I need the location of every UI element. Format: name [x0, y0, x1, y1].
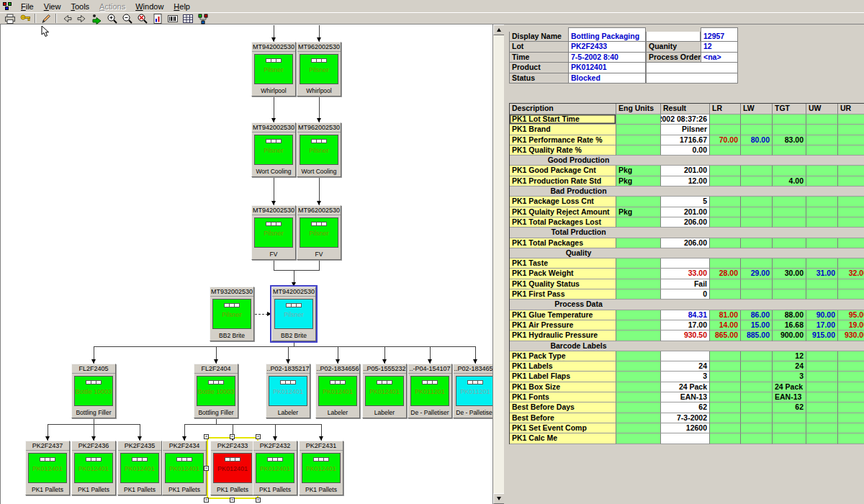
- value-cell-lw[interactable]: 80.00: [741, 135, 773, 145]
- value-cell-tgt[interactable]: [773, 145, 806, 156]
- value-cell-uw[interactable]: [806, 433, 838, 444]
- column-header-lw[interactable]: LW: [741, 104, 773, 114]
- zoom-in-button[interactable]: [104, 13, 120, 24]
- value-cell-eng-units[interactable]: Pkg: [616, 207, 661, 217]
- variable-description-cell[interactable]: PK1 Hydraulic Pressure: [510, 330, 616, 341]
- genealogy-node-MT942002530-0[interactable]: MT942002530PilsnerWhirlpool: [251, 42, 296, 96]
- value-cell-lw[interactable]: [741, 433, 773, 444]
- genealogy-diagram-panel[interactable]: MT942002530PilsnerWhirlpoolMT962002530Pi…: [0, 24, 492, 504]
- value-cell-lw[interactable]: [741, 125, 773, 135]
- value-cell-lr[interactable]: [710, 125, 741, 135]
- variable-description-cell[interactable]: PK1 Pack Weight: [510, 269, 616, 279]
- value-cell-eng-units[interactable]: [616, 320, 661, 330]
- value-cell-result[interactable]: 206.00: [661, 217, 710, 228]
- genealogy-node-P051555232-12[interactable]: ..P05-1555232PK012401Labeler: [362, 364, 407, 418]
- value-cell-tgt[interactable]: EAN-13: [773, 392, 806, 402]
- value-cell-uw[interactable]: [806, 423, 838, 433]
- value-cell-tgt[interactable]: [773, 423, 806, 433]
- value-cell-lr[interactable]: [710, 279, 741, 289]
- value-cell-result[interactable]: 201.00: [661, 166, 710, 176]
- column-header-eng-units[interactable]: Eng Units: [616, 104, 661, 114]
- value-cell-lr[interactable]: [710, 289, 741, 300]
- value-cell-eng-units[interactable]: [616, 402, 661, 413]
- value-cell-uw[interactable]: 17.00: [806, 320, 838, 330]
- genealogy-node-PK2F2432-20[interactable]: PK2F2432PK012401PK1 Pallets: [253, 441, 297, 495]
- variable-description-cell[interactable]: PK1 Set Event Comp: [510, 423, 616, 433]
- value-cell-tgt[interactable]: 16.68: [773, 320, 806, 330]
- value-cell-lr[interactable]: [710, 258, 741, 269]
- variable-description-cell[interactable]: PK1 Qulaity Reject Amount: [510, 207, 616, 217]
- value-cell-tgt[interactable]: 62: [773, 402, 806, 413]
- value-cell-lw[interactable]: [741, 392, 773, 402]
- genealogy-node-PK2F2436-16[interactable]: PK2F2436PK012401PK1 Pallets: [71, 441, 116, 495]
- value-cell-ur[interactable]: [838, 351, 864, 361]
- value-cell-result[interactable]: 1716.67: [661, 135, 710, 145]
- genealogy-node-PK2F2431-21[interactable]: PK2F2431PK012401PK1 Pallets: [299, 441, 343, 495]
- value-cell-eng-units[interactable]: [616, 125, 661, 135]
- value-cell-lw[interactable]: [741, 145, 773, 156]
- value-cell-ur[interactable]: 95.00: [838, 310, 864, 320]
- variable-description-cell[interactable]: PK1 Production Rate Std: [510, 176, 616, 186]
- value-cell-lr[interactable]: [710, 382, 741, 392]
- value-cell-lw[interactable]: 86.00: [741, 310, 773, 320]
- value-cell-eng-units[interactable]: [616, 279, 661, 289]
- genealogy-node-MT942002530-7[interactable]: MT942002530PilsnerBB2 Brite: [271, 287, 316, 341]
- variable-description-cell[interactable]: PK1 Lot Start Time: [510, 114, 616, 125]
- value-cell-tgt[interactable]: 4.00: [773, 176, 806, 186]
- value-cell-tgt[interactable]: 83.00: [773, 135, 806, 145]
- value-cell-uw[interactable]: [806, 382, 838, 392]
- value-cell-result[interactable]: 3: [661, 372, 710, 382]
- value-cell-result[interactable]: 206.00: [661, 238, 710, 248]
- value-cell-uw[interactable]: [806, 361, 838, 372]
- value-cell-tgt[interactable]: 24: [773, 361, 806, 372]
- variable-description-cell[interactable]: PK1 Performance Rate %: [510, 135, 616, 145]
- value-cell-tgt[interactable]: [773, 197, 806, 207]
- value-cell-lw[interactable]: [741, 351, 773, 361]
- value-cell-ur[interactable]: [838, 135, 864, 145]
- selection-handle[interactable]: ×: [204, 434, 209, 439]
- value-cell-result[interactable]: 201.00: [661, 207, 710, 217]
- arrow-right-button[interactable]: [74, 13, 89, 24]
- value-cell-lr[interactable]: [710, 413, 741, 423]
- value-cell-lw[interactable]: [741, 372, 773, 382]
- genealogy-node-PK2F2435-17[interactable]: PK2F2435PK012401PK1 Pallets: [117, 441, 162, 495]
- value-cell-eng-units[interactable]: [616, 413, 661, 423]
- value-cell-lr[interactable]: [710, 392, 741, 402]
- edit-pencil-button[interactable]: [38, 13, 53, 24]
- value-cell-eng-units[interactable]: [616, 330, 661, 341]
- value-cell-lw[interactable]: [741, 402, 773, 413]
- value-cell-ur[interactable]: 930.00: [838, 330, 864, 341]
- menu-tools[interactable]: Tools: [66, 1, 94, 12]
- genealogy-node-P021835217-10[interactable]: ..P02-1835217PK012401Labeler: [266, 364, 310, 418]
- value-cell-lr[interactable]: [710, 402, 741, 413]
- variable-description-cell[interactable]: PK1 Quality Status: [510, 279, 616, 289]
- value-cell-result[interactable]: Pilsner: [661, 125, 710, 135]
- value-cell-eng-units[interactable]: [616, 433, 661, 444]
- column-header-ur[interactable]: UR: [838, 104, 864, 114]
- value-cell-uw[interactable]: [806, 372, 838, 382]
- zoom-reset-button[interactable]: [135, 13, 150, 24]
- variable-description-cell[interactable]: PK1 Label Flaps: [510, 372, 616, 382]
- variable-description-cell[interactable]: PK1 Package Loss Cnt: [510, 197, 616, 207]
- value-cell-eng-units[interactable]: [616, 114, 661, 125]
- value-cell-ur[interactable]: [838, 238, 864, 248]
- value-cell-ur[interactable]: [838, 413, 864, 423]
- value-cell-uw[interactable]: [806, 413, 838, 423]
- value-cell-ur[interactable]: [838, 289, 864, 300]
- key-button[interactable]: [17, 13, 32, 24]
- value-cell-lw[interactable]: [741, 197, 773, 207]
- value-cell-ur[interactable]: [838, 197, 864, 207]
- value-cell-ur[interactable]: [838, 402, 864, 413]
- value-cell-lr[interactable]: [710, 166, 741, 176]
- value-cell-tgt[interactable]: 3: [773, 372, 806, 382]
- selection-handle[interactable]: ×: [230, 434, 235, 439]
- value-cell-eng-units[interactable]: [616, 351, 661, 361]
- value-cell-ur[interactable]: [838, 176, 864, 186]
- value-cell-ur[interactable]: [838, 258, 864, 269]
- value-cell-ur[interactable]: [838, 361, 864, 372]
- value-cell-result[interactable]: 2002 08:37:26: [661, 114, 710, 125]
- value-cell-result[interactable]: 7-3-2002: [661, 413, 710, 423]
- value-cell-ur[interactable]: [838, 382, 864, 392]
- value-cell-lw[interactable]: [741, 238, 773, 248]
- menu-actions[interactable]: Actions: [94, 1, 130, 12]
